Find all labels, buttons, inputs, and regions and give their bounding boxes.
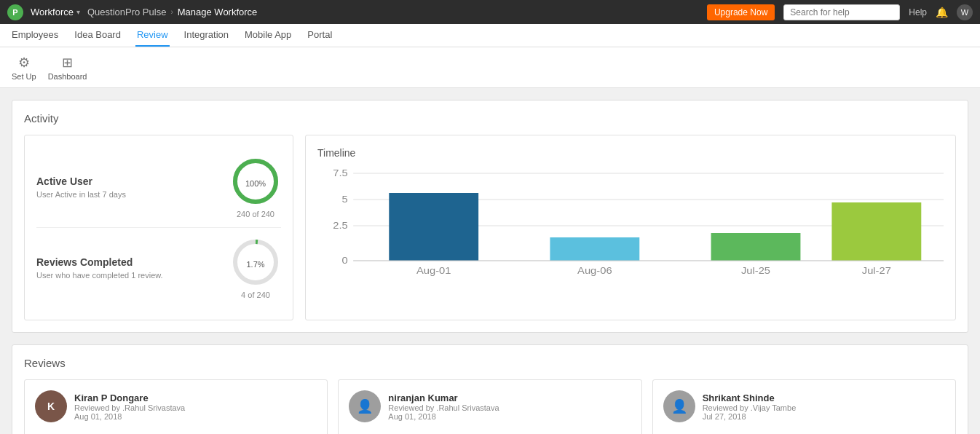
nav-employees[interactable]: Employees [10,24,60,47]
reviewer-date-3: Jul 27, 2018 [703,412,797,421]
breadcrumb-chevron: › [170,8,173,16]
timeline-section: Timeline 7.5 5 2.5 0 [305,135,956,320]
current-page-name: Manage Workforce [178,7,258,17]
reviewer-header-3: 👤 Shrikant Shinde Reviewed by .Vijay Tam… [663,390,945,422]
review-card-1: K Kiran P Dongare Reviewed by .Rahul Sri… [24,379,328,434]
help-label[interactable]: Help [909,7,927,17]
active-user-row: Active User User Active in last 7 days 1… [36,147,281,227]
reviewer-name-1: Kiran P Dongare [74,392,185,403]
top-bar-right: Upgrade Now Help 🔔 W [707,4,973,20]
reviewer-info-3: Shrikant Shinde Reviewed by .Vijay Tambe… [703,392,797,421]
avatar-niranjan: 👤 [349,390,381,422]
parent-app-name[interactable]: QuestionPro Pulse [87,7,166,17]
timeline-title: Timeline [317,147,944,159]
bell-icon[interactable]: 🔔 [936,7,948,18]
bar-jul25 [711,233,801,261]
svg-text:5: 5 [342,194,348,204]
breadcrumb: QuestionPro Pulse › Manage Workforce [87,7,257,17]
activity-title: Activity [24,112,956,125]
upgrade-button[interactable]: Upgrade Now [707,4,775,20]
active-user-label: 240 of 240 [237,210,274,218]
reviewer-date-2: Aug 01, 2018 [388,412,499,421]
svg-text:Aug-01: Aug-01 [416,266,451,275]
svg-text:Aug-06: Aug-06 [577,266,612,275]
reviews-completed-text: Reviews Completed User who have complete… [36,256,163,280]
nav-idea-board[interactable]: Idea Board [73,24,122,47]
svg-text:Jul-27: Jul-27 [862,266,891,275]
active-user-donut: 100% 240 of 240 [230,156,281,218]
avatar-kiran: K [35,390,67,422]
toolbar: ⚙ Set Up ⊞ Dashboard [0,47,980,88]
bar-aug01 [389,193,478,261]
active-user-percent-text: 100% [245,179,266,188]
reviews-section-title: Reviews [24,357,956,369]
reviews-completed-row: Reviews Completed User who have complete… [36,227,281,308]
active-user-subtitle: User Active in last 7 days [36,190,126,199]
setup-icon: ⚙ [18,55,30,71]
criteria-leadership-3: Leadership Test [663,431,945,434]
top-bar: P Workforce ▾ QuestionPro Pulse › Manage… [0,0,980,24]
active-user-text: Active User User Active in last 7 days [36,175,126,199]
active-user-title: Active User [36,175,126,187]
svg-text:2.5: 2.5 [333,221,347,230]
nav-mobile-app[interactable]: Mobile App [243,24,293,47]
nav-portal[interactable]: Portal [306,24,333,47]
dashboard-icon: ⊞ [62,55,73,71]
reviews-completed-donut: 1.7% 4 of 240 [230,237,281,299]
reviewer-header-1: K Kiran P Dongare Reviewed by .Rahul Sri… [35,390,317,422]
reviews-row: K Kiran P Dongare Reviewed by .Rahul Sri… [24,379,956,434]
svg-text:Jul-25: Jul-25 [741,266,770,275]
reviewer-by-1: Reviewed by .Rahul Srivastava [74,403,185,412]
user-avatar[interactable]: W [957,4,973,20]
timeline-chart: 7.5 5 2.5 0 Aug-01 Aug-06 Jul-25 [317,166,944,297]
reviews-percent-text: 1.7% [246,260,264,269]
secondary-nav: Employees Idea Board Review Integration … [0,24,980,47]
svg-text:7.5: 7.5 [333,168,347,178]
workforce-nav[interactable]: Workforce ▾ [31,7,80,17]
reviewer-header-2: 👤 niranjan Kumar Reviewed by .Rahul Sriv… [349,390,631,422]
workforce-dropdown-arrow[interactable]: ▾ [76,8,80,16]
workforce-label: Workforce [31,7,74,17]
app-logo: P [7,4,23,20]
reviewer-name-3: Shrikant Shinde [703,392,797,403]
main-content: Activity Active User User Active in last… [0,88,980,434]
reviewer-date-1: Aug 01, 2018 [74,412,185,421]
toolbar-setup[interactable]: ⚙ Set Up [12,55,36,81]
criteria-leadership-2: Leadership [349,431,631,434]
review-card-3: 👤 Shrikant Shinde Reviewed by .Vijay Tam… [652,379,956,434]
reviewer-name-2: niranjan Kumar [388,392,499,403]
nav-review[interactable]: Review [135,24,170,47]
search-input[interactable] [783,4,900,20]
reviewer-info-2: niranjan Kumar Reviewed by .Rahul Srivas… [388,392,499,421]
svg-text:0: 0 [342,256,348,265]
reviews-completed-subtitle: User who have completed 1 review. [36,271,163,280]
nav-integration[interactable]: Integration [183,24,230,47]
reviews-section: Reviews K Kiran P Dongare Reviewed by .R… [12,344,968,434]
activity-section: Activity Active User User Active in last… [12,100,968,333]
setup-label: Set Up [12,72,36,81]
review-card-2: 👤 niranjan Kumar Reviewed by .Rahul Sriv… [338,379,641,434]
reviewer-by-2: Reviewed by .Rahul Srivastava [388,403,499,412]
toolbar-dashboard[interactable]: ⊞ Dashboard [48,55,87,81]
reviews-completed-title: Reviews Completed [36,256,163,268]
bar-aug06 [550,237,639,261]
bar-jul27 [831,202,921,261]
reviewer-info-1: Kiran P Dongare Reviewed by .Rahul Sriva… [74,392,185,421]
avatar-shrikant: 👤 [663,390,695,422]
criteria-leadership-1: Leadership [35,431,317,434]
activity-row: Active User User Active in last 7 days 1… [24,135,956,320]
activity-metrics: Active User User Active in last 7 days 1… [24,135,293,320]
reviewer-by-3: Reviewed by .Vijay Tambe [703,403,797,412]
dashboard-label: Dashboard [48,72,87,81]
reviews-completed-label: 4 of 240 [241,291,270,299]
